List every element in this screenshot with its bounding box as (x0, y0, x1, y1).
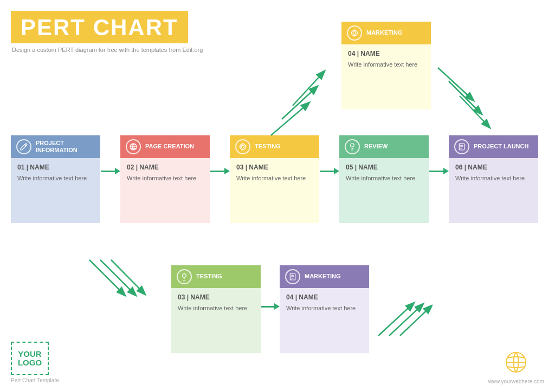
target-icon-3 (235, 139, 250, 154)
node-bot2-desc: Write informative text here (286, 304, 363, 312)
title-box: PERT CHART (11, 11, 188, 43)
footer-url: www.yourwebhere.com (488, 378, 544, 384)
subtitle: Design a custom PERT diagram for free wi… (11, 47, 206, 53)
diag-arrows-bot-left (84, 254, 154, 325)
svg-point-9 (241, 145, 244, 148)
node-3-number: 03 | NAME (236, 164, 313, 171)
node-bot1-number: 03 | NAME (178, 293, 254, 301)
svg-line-33 (89, 260, 125, 295)
diag-arrows-up (266, 32, 336, 141)
note-icon-bot2 (285, 269, 300, 284)
node-bot1-label: TESTING (196, 273, 222, 280)
node-bot2-header: MARKETING (280, 265, 369, 288)
node-1-number: 01 | NAME (17, 164, 94, 171)
svg-line-30 (449, 81, 481, 114)
node-4: REVIEW 05 | NAME Write informative text … (339, 135, 429, 223)
node-bot2-number: 04 | NAME (286, 293, 363, 301)
node-1: PROJECT INFORMATION 01 | NAME Write info… (11, 135, 100, 223)
node-bot1-desc: Write informative text here (178, 304, 254, 312)
node-1-label: PROJECT INFORMATION (36, 140, 95, 154)
pencil-icon (16, 139, 31, 154)
node-top-header: MARKETING (341, 22, 431, 44)
node-4-desc: Write informative text here (346, 174, 422, 182)
target-icon (347, 25, 362, 41)
diag-arrows-down (433, 62, 498, 149)
svg-point-8 (240, 144, 246, 150)
globe-icon-2 (126, 139, 141, 154)
node-bot2-body: 04 | NAME Write informative text here (280, 288, 369, 353)
node-bot1-header: TESTING (171, 265, 261, 288)
node-4-body: 05 | NAME Write informative text here (339, 158, 429, 223)
node-1-desc: Write informative text here (17, 174, 94, 182)
node-4-header: REVIEW (339, 135, 429, 158)
arrow-1-2 (101, 168, 120, 174)
node-2-number: 02 | NAME (127, 164, 203, 171)
node-1-header: PROJECT INFORMATION (11, 135, 100, 158)
node-bot1-body: 03 | NAME Write informative text here (171, 288, 261, 353)
node-bot2: MARKETING 04 | NAME Write informative te… (280, 265, 369, 353)
node-5-desc: Write informative text here (455, 174, 532, 182)
node-3-desc: Write informative text here (236, 174, 313, 182)
node-3-body: 03 | NAME Write informative text here (230, 158, 319, 223)
header: PERT CHART Design a custom PERT diagram … (11, 11, 206, 53)
node-2: PAGE CREATION 02 | NAME Write informativ… (120, 135, 210, 223)
svg-line-25 (271, 103, 309, 135)
footer-right: www.yourwebhere.com (488, 350, 544, 384)
node-2-header: PAGE CREATION (120, 135, 210, 158)
svg-line-37 (378, 303, 414, 336)
node-3-label: TESTING (255, 143, 281, 150)
node-top-desc: Write informative text here (348, 61, 424, 69)
svg-line-26 (282, 87, 317, 119)
bulb-icon (345, 139, 360, 154)
svg-line-35 (111, 260, 145, 294)
node-top: MARKETING 04 | NAME Write informative te… (341, 22, 431, 109)
node-5-body: 06 | NAME Write informative text here (449, 158, 538, 223)
footer-label: Pert Chart Template (11, 377, 59, 383)
arrow-2-3 (210, 168, 230, 174)
logo-text: YOURLOGO (18, 350, 42, 368)
node-5-number: 06 | NAME (455, 164, 532, 171)
node-2-body: 02 | NAME Write informative text here (120, 158, 210, 223)
node-bot1: TESTING 03 | NAME Write informative text… (171, 265, 261, 353)
svg-line-27 (293, 71, 324, 106)
bulb-icon-bot1 (177, 269, 192, 284)
node-1-body: 01 | NAME Write informative text here (11, 158, 100, 223)
node-top-body: 04 | NAME Write informative text here (341, 44, 431, 109)
node-top-number: 04 | NAME (348, 50, 424, 57)
node-4-label: REVIEW (364, 143, 388, 150)
main-title: PERT CHART (21, 16, 178, 39)
node-2-desc: Write informative text here (127, 174, 203, 182)
arrow-3-4 (320, 168, 339, 174)
node-4-number: 05 | NAME (346, 164, 422, 171)
svg-line-31 (460, 96, 489, 127)
node-3: TESTING 03 | NAME Write informative text… (230, 135, 319, 223)
svg-point-1 (353, 31, 356, 34)
logo-box: YOURLOGO (11, 342, 49, 375)
svg-point-0 (352, 30, 358, 36)
footer: YOURLOGO Pert Chart Template (11, 342, 59, 384)
node-2-label: PAGE CREATION (145, 143, 194, 150)
node-top-label: MARKETING (366, 29, 403, 36)
arrow-bot1-bot2 (261, 303, 280, 310)
diag-arrows-bot-right (373, 276, 433, 341)
svg-line-38 (389, 304, 423, 336)
node-bot2-label: MARKETING (305, 273, 341, 280)
svg-line-29 (438, 68, 473, 100)
globe-footer-icon (504, 350, 528, 376)
svg-point-19 (183, 274, 186, 278)
svg-line-34 (100, 260, 135, 295)
arrow-4-5 (429, 168, 449, 174)
